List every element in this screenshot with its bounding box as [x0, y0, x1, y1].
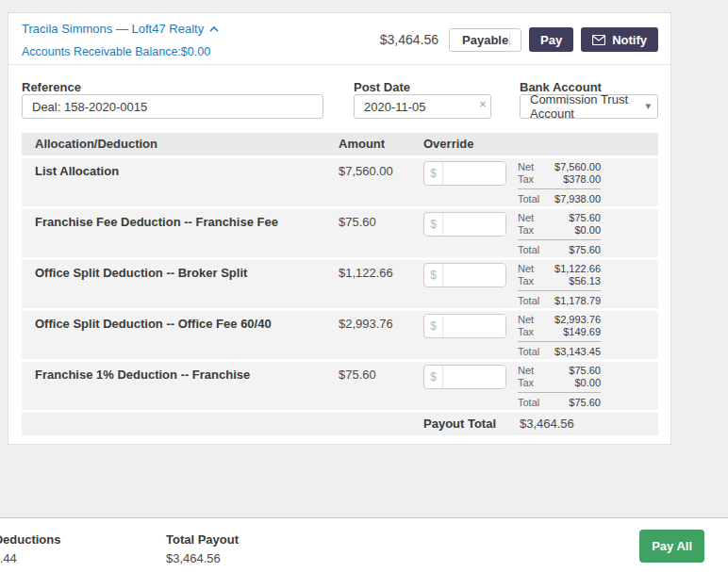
pay-button-label: Pay	[540, 33, 562, 47]
allocation-name: Office Split Deduction -- Office Fee 60/…	[35, 317, 272, 331]
override-input[interactable]	[443, 162, 505, 185]
row-breakdown: Net $75.60 Tax $0.00 Total $75.60	[518, 212, 601, 256]
row-breakdown: Net $1,122.66 Tax $56.13 Total $1,178.79	[518, 263, 601, 307]
pay-all-label: Pay All	[652, 539, 692, 553]
tax-value: $149.69	[563, 326, 601, 338]
tax-line: Tax $0.00	[518, 224, 601, 237]
payout-total-label: Payout Total	[423, 417, 496, 431]
total-label: Total	[518, 346, 539, 358]
allocation-name: Franchise 1% Deduction -- Franchise	[35, 368, 250, 382]
bank-account-select[interactable]: Commission Trust Account ▾	[520, 94, 658, 119]
status-value: Payable	[462, 33, 508, 47]
deductions-label: Total Deductions	[0, 532, 60, 547]
clear-date-icon[interactable]: ×	[476, 97, 489, 116]
table-row: Office Split Deduction -- Office Fee 60/…	[22, 311, 658, 359]
total-line: Total $1,178.79	[518, 295, 601, 307]
net-value: $75.60	[569, 212, 601, 224]
table-row: Franchise 1% Deduction -- Franchise $75.…	[22, 362, 658, 410]
dollar-prefix: $	[424, 315, 443, 337]
tax-value: $56.13	[569, 275, 601, 287]
net-line: Net $1,122.66	[518, 263, 601, 275]
breakdown-divider	[518, 392, 601, 393]
notify-button[interactable]: Notify	[581, 27, 658, 52]
tax-line: Tax $149.69	[518, 326, 601, 338]
total-value: $7,938.00	[554, 193, 601, 205]
override-input[interactable]	[443, 213, 505, 236]
breakdown-divider	[518, 188, 601, 189]
table-body: List Allocation $7,560.00 $ Net $7,560.0…	[22, 158, 658, 410]
deductions-value: $4,473.44	[0, 551, 60, 565]
tax-line: Tax $0.00	[518, 377, 601, 389]
total-line: Total $75.60	[518, 397, 601, 409]
tax-label: Tax	[518, 275, 534, 287]
net-line: Net $75.60	[518, 212, 601, 224]
dollar-prefix: $	[424, 366, 443, 388]
net-label: Net	[518, 365, 534, 377]
post-date-label: Post Date	[354, 80, 410, 94]
footer-total-payout: Total Payout $3,464.56	[166, 532, 239, 565]
tax-label: Tax	[518, 377, 534, 389]
allocation-amount: $75.60	[339, 215, 376, 229]
total-label: Total	[518, 295, 539, 307]
override-input[interactable]	[443, 366, 505, 388]
breakdown-divider	[518, 341, 601, 342]
payout-total-value: $3,464.56	[520, 417, 574, 431]
override-input[interactable]	[443, 264, 505, 286]
tax-label: Tax	[518, 326, 534, 338]
tax-label: Tax	[518, 173, 534, 186]
post-date-input[interactable]	[354, 94, 491, 119]
net-label: Net	[518, 161, 534, 173]
table-row: Franchise Fee Deduction -- Franchise Fee…	[22, 209, 658, 257]
payee-link[interactable]: Tracila Simmons — Loft47 Realty	[22, 22, 219, 36]
dollar-prefix: $	[424, 213, 443, 236]
net-label: Net	[518, 212, 534, 224]
payout-total-row: Payout Total $3,464.56	[22, 413, 658, 435]
net-value: $75.60	[569, 365, 601, 377]
notify-button-label: Notify	[612, 33, 647, 47]
payee-name: Tracila Simmons — Loft47 Realty	[22, 22, 204, 36]
tax-value: $378.00	[563, 173, 601, 186]
tax-value: $0.00	[574, 377, 601, 389]
override-field: $	[423, 212, 506, 237]
header-controls: $3,464.56 Payable Pay Notify	[380, 17, 658, 62]
total-line: Total $7,938.00	[518, 193, 601, 205]
header-allocation: Allocation/Deduction	[35, 137, 157, 151]
allocation-amount: $7,560.00	[339, 164, 393, 178]
allocation-name: List Allocation	[35, 164, 119, 178]
override-field: $	[423, 365, 506, 389]
net-line: Net $7,560.00	[518, 161, 601, 173]
total-line: Total $3,143.45	[518, 346, 601, 358]
total-label: Total	[518, 397, 539, 409]
reference-label: Reference	[22, 80, 81, 94]
row-breakdown: Net $7,560.00 Tax $378.00 Total $7,938.0…	[518, 161, 601, 205]
accounts-receivable-link[interactable]: Accounts Receivable Balance:$0.00	[22, 45, 210, 58]
chevron-up-icon	[209, 26, 219, 32]
allocation-amount: $75.60	[339, 368, 376, 382]
override-field: $	[423, 263, 506, 287]
allocation-table: Allocation/Deduction Amount Override Lis…	[22, 133, 658, 435]
total-value: $75.60	[569, 244, 601, 256]
total-value: $3,143.45	[554, 346, 601, 358]
breakdown-divider	[518, 239, 601, 240]
override-field: $	[423, 314, 506, 338]
net-line: Net $2,993.76	[518, 314, 601, 326]
payee-header: Tracila Simmons — Loft47 Realty Accounts…	[8, 13, 670, 65]
override-input[interactable]	[443, 315, 505, 337]
net-label: Net	[518, 263, 534, 275]
allocation-amount: $2,993.76	[339, 317, 393, 331]
reference-input[interactable]	[22, 94, 323, 119]
net-value: $7,560.00	[554, 161, 601, 173]
total-label: Total	[518, 193, 539, 205]
tax-line: Tax $378.00	[518, 173, 601, 186]
table-row: List Allocation $7,560.00 $ Net $7,560.0…	[22, 158, 658, 206]
breakdown-divider	[518, 290, 601, 291]
footer-summary-bar: Total Deductions $4,473.44 Total Payout …	[0, 517, 728, 572]
select-divider	[509, 33, 510, 47]
pay-button[interactable]: Pay	[529, 27, 573, 52]
total-payout-label: Total Payout	[166, 532, 239, 547]
net-value: $1,122.66	[554, 263, 601, 275]
total-value: $75.60	[569, 397, 601, 409]
status-select[interactable]: Payable	[449, 28, 521, 52]
pay-all-button[interactable]: Pay All	[639, 530, 704, 563]
tax-line: Tax $56.13	[518, 275, 601, 287]
